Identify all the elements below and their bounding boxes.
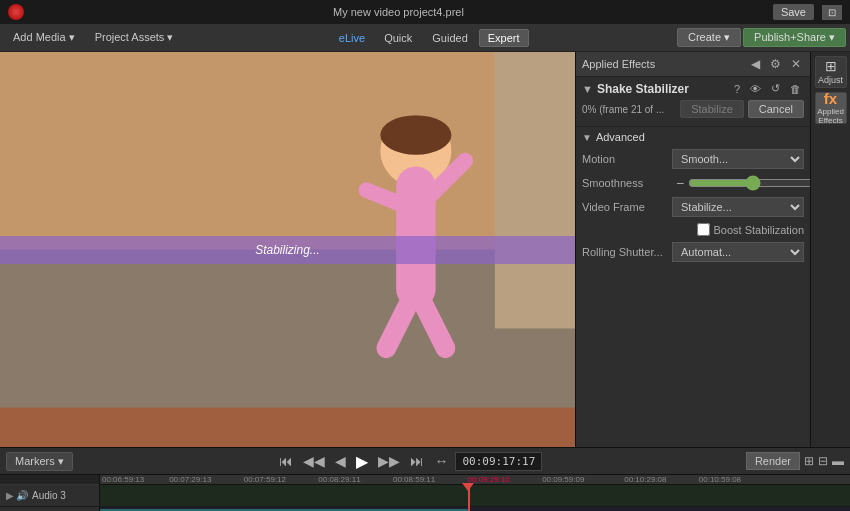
preview-area: Stabilizing... bbox=[0, 52, 575, 447]
progress-text: 0% (frame 21 of ... bbox=[582, 104, 664, 115]
expert-button[interactable]: Expert bbox=[479, 29, 529, 47]
timeline: ▶ 🔊 Audio 3 ▶ 👁 Video 2 ▶ 🔊 Audio 2 ▼ 🔒 … bbox=[0, 475, 850, 511]
smoothness-decrease-button[interactable]: − bbox=[676, 175, 684, 191]
create-button[interactable]: Create ▾ bbox=[677, 28, 741, 47]
project-title: My new video project4.prel bbox=[333, 6, 464, 18]
track-mute-icon[interactable]: 🔊 bbox=[16, 490, 28, 501]
ruler-spacer bbox=[0, 475, 99, 485]
motion-row: Motion Smooth... bbox=[582, 149, 804, 169]
ruler-time-1: 00:07:29:13 bbox=[169, 475, 211, 484]
markers-button[interactable]: Markers ▾ bbox=[6, 452, 73, 471]
ruler-time-4: 00:08:59:11 bbox=[393, 475, 435, 484]
effects-minimize-button[interactable]: ◀ bbox=[748, 56, 763, 72]
track-audio3[interactable] bbox=[100, 485, 850, 507]
advanced-section: ▼ Advanced Motion Smooth... Smoothness −… bbox=[576, 127, 810, 272]
ruler-time-8: 00:10:59:08 bbox=[699, 475, 741, 484]
app-logo-icon bbox=[8, 4, 24, 20]
render-slider[interactable]: ▬ bbox=[832, 454, 844, 468]
svg-rect-2 bbox=[0, 250, 575, 408]
smoothness-label: Smoothness bbox=[582, 177, 672, 189]
shake-reset-icon[interactable]: ↺ bbox=[768, 81, 783, 96]
guided-button[interactable]: Guided bbox=[423, 29, 476, 47]
boost-row: Boost Stabilization bbox=[582, 223, 804, 236]
timeline-content: 00:06:59:13 00:07:29:13 00:07:59:12 00:0… bbox=[100, 475, 850, 511]
video-frame-row: Video Frame Stabilize... bbox=[582, 197, 804, 217]
adjust-label: Adjust bbox=[818, 75, 843, 86]
track-audio3-icons: ▶ 🔊 bbox=[6, 490, 28, 501]
quick-button[interactable]: Quick bbox=[375, 29, 421, 47]
rolling-select[interactable]: Automat... bbox=[672, 242, 804, 262]
track-video2[interactable] bbox=[100, 507, 850, 511]
tc-prev-button[interactable]: ◀ bbox=[332, 451, 349, 471]
video-frame-select[interactable]: Stabilize... bbox=[672, 197, 804, 217]
ruler-time-3: 00:08:29:11 bbox=[318, 475, 360, 484]
tc-play-button[interactable]: ▶ bbox=[353, 450, 371, 473]
navbar: Add Media ▾ Project Assets ▾ eLive Quick… bbox=[0, 24, 850, 52]
tracks-container: ✕ bbox=[100, 485, 850, 511]
smoothness-row: Smoothness − + 50 % bbox=[582, 175, 804, 191]
track-label-audio3: ▶ 🔊 Audio 3 bbox=[0, 485, 99, 507]
publish-button[interactable]: Publish+Share ▾ bbox=[743, 28, 846, 47]
svg-rect-3 bbox=[495, 52, 575, 329]
ruler-time-2: 00:07:59:12 bbox=[244, 475, 286, 484]
track-audio3-label: Audio 3 bbox=[32, 490, 66, 501]
projectassets-button[interactable]: Project Assets ▾ bbox=[86, 28, 183, 47]
applied-effects-label: Applied Effects bbox=[816, 108, 846, 126]
ruler-time-5: 00:09:29:10 bbox=[468, 475, 510, 484]
render-icon-1[interactable]: ⊞ bbox=[804, 454, 814, 468]
effects-close-button[interactable]: ✕ bbox=[788, 56, 804, 72]
shake-header: ▼ Shake Stabilizer ? 👁 ↺ 🗑 bbox=[582, 81, 804, 96]
tc-skip-start-button[interactable]: ⏮ bbox=[276, 451, 296, 471]
shake-delete-icon[interactable]: 🗑 bbox=[787, 82, 804, 96]
boost-checkbox[interactable] bbox=[697, 223, 710, 236]
effects-panel-title: Applied Effects bbox=[582, 58, 655, 70]
tc-next-button[interactable]: ▶▶ bbox=[375, 451, 403, 471]
motion-select[interactable]: Smooth... bbox=[672, 149, 804, 169]
right-panel: ⊞ Adjust fx Applied Effects bbox=[810, 52, 850, 447]
shake-help-icon[interactable]: ? bbox=[731, 82, 743, 96]
ruler-time-7: 00:10:29:08 bbox=[624, 475, 666, 484]
topbar-right: Save ⊡ bbox=[773, 4, 842, 20]
maximize-button[interactable]: ⊡ bbox=[822, 5, 842, 20]
video-frame-control: Stabilize... bbox=[672, 197, 804, 217]
effects-panel-header: Applied Effects ◀ ⚙ ✕ bbox=[576, 52, 810, 77]
render-icon-2[interactable]: ⊟ bbox=[818, 454, 828, 468]
stabilizing-overlay: Stabilizing... bbox=[0, 236, 575, 264]
fx-icon: fx bbox=[824, 90, 837, 108]
topbar-left bbox=[8, 4, 24, 20]
boost-label[interactable]: Boost Stabilization bbox=[714, 224, 805, 236]
smoothness-slider[interactable] bbox=[688, 175, 817, 191]
tc-skip-end-button[interactable]: ⏭ bbox=[407, 451, 427, 471]
addmedia-button[interactable]: Add Media ▾ bbox=[4, 28, 84, 47]
ruler-time-6: 00:09:59:09 bbox=[542, 475, 584, 484]
advanced-title: Advanced bbox=[596, 131, 645, 143]
stabilize-button[interactable]: Stabilize bbox=[680, 100, 744, 118]
effects-header-icons: ◀ ⚙ ✕ bbox=[748, 56, 804, 72]
track-labels: ▶ 🔊 Audio 3 ▶ 👁 Video 2 ▶ 🔊 Audio 2 ▼ 🔒 … bbox=[0, 475, 100, 511]
adjust-button[interactable]: ⊞ Adjust bbox=[815, 56, 847, 88]
motion-control: Smooth... bbox=[672, 149, 804, 169]
rolling-control: Automat... bbox=[672, 242, 804, 262]
save-button[interactable]: Save bbox=[773, 4, 814, 20]
applied-effects-button[interactable]: fx Applied Effects bbox=[815, 92, 847, 124]
time-display[interactable]: 00:09:17:17 bbox=[455, 452, 542, 471]
render-button[interactable]: Render bbox=[746, 452, 800, 470]
shake-eye-icon[interactable]: 👁 bbox=[747, 82, 764, 96]
track-toggle-icon[interactable]: ▶ bbox=[6, 490, 14, 501]
ruler-time-0: 00:06:59:13 bbox=[102, 475, 144, 484]
stabilizing-text: Stabilizing... bbox=[255, 243, 320, 257]
rolling-shutter-label: Rolling Shutter... bbox=[582, 246, 672, 258]
cancel-button[interactable]: Cancel bbox=[748, 100, 804, 118]
elive-button[interactable]: eLive bbox=[331, 30, 373, 46]
shake-collapse-icon[interactable]: ▼ bbox=[582, 83, 593, 95]
tc-prev-frame-button[interactable]: ◀◀ bbox=[300, 451, 328, 471]
timeline-controls: Markers ▾ ⏮ ◀◀ ◀ ▶ ▶▶ ⏭ ↔ 00:09:17:17 Re… bbox=[0, 447, 850, 475]
video-frame-label: Video Frame bbox=[582, 201, 672, 213]
effects-settings-icon[interactable]: ⚙ bbox=[767, 56, 784, 72]
advanced-collapse-icon: ▼ bbox=[582, 132, 592, 143]
advanced-header[interactable]: ▼ Advanced bbox=[582, 131, 804, 143]
tc-loop-button[interactable]: ↔ bbox=[431, 451, 451, 471]
main-area: Stabilizing... Applied Effects ◀ ⚙ ✕ ▼ S… bbox=[0, 52, 850, 447]
topbar: My new video project4.prel Save ⊡ bbox=[0, 0, 850, 24]
svg-point-11 bbox=[380, 115, 451, 155]
